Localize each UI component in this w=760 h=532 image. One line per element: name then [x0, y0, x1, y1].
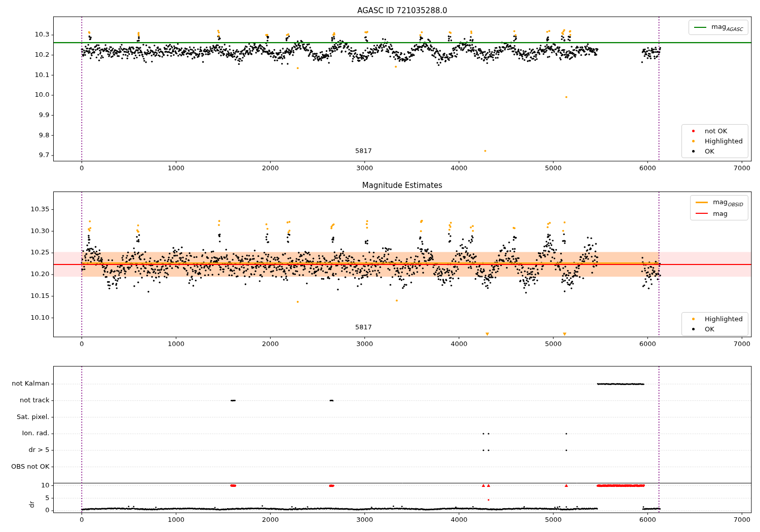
legend-item: magAGASC: [694, 23, 743, 32]
legend-item: OK: [687, 325, 743, 333]
legend-item: Highlighted: [687, 315, 743, 323]
middle-plot-title: Magnitude Estimates: [48, 181, 757, 190]
legend-marker-sample: [692, 328, 695, 330]
legend-item-label: magAGASC: [711, 23, 743, 32]
legend-line-sample: [696, 202, 708, 203]
top-plot-title: AGASC ID 721035288.0: [48, 6, 757, 15]
legend-item: not OK: [687, 127, 743, 135]
obsid-label-top: 5817: [355, 147, 372, 155]
legend-item-label: OK: [705, 147, 714, 155]
figure-canvas: [0, 0, 760, 532]
legend-status-markers: not OKHighlightedOK: [681, 124, 748, 158]
legend-item-label: OK: [705, 325, 714, 333]
legend-marker-sample: [692, 140, 695, 142]
legend-highlight-markers: HighlightedOK: [681, 312, 748, 336]
legend-line-sample: [694, 27, 706, 28]
figure: AGASC ID 721035288.0 Magnitude Estimates…: [0, 0, 760, 532]
legend-marker-sample: [692, 130, 695, 132]
legend-item-label: Highlighted: [705, 137, 743, 145]
legend-item: magOBSID: [696, 198, 743, 207]
legend-mag-agasc: magAGASC: [689, 20, 748, 35]
legend-marker-sample: [692, 318, 695, 320]
legend-item-label: mag: [713, 210, 728, 217]
legend-mag-lines: magOBSIDmag: [690, 195, 748, 220]
legend-item-label: magOBSID: [713, 198, 743, 207]
obsid-label-middle: 5817: [355, 323, 372, 331]
legend-item: Highlighted: [687, 137, 743, 145]
legend-marker-sample: [692, 150, 695, 153]
legend-item-label: Highlighted: [705, 315, 743, 323]
legend-item: mag: [696, 210, 743, 217]
legend-item-label: not OK: [705, 127, 727, 135]
legend-item: OK: [687, 147, 743, 155]
legend-line-sample: [696, 213, 708, 214]
